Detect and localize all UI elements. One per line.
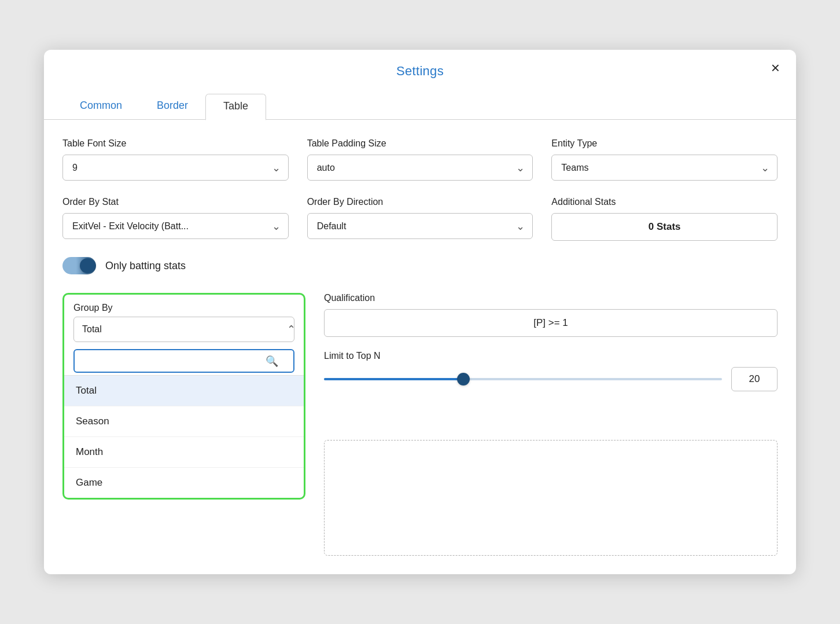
padding-size-label: Table Padding Size — [307, 138, 533, 149]
toggle-row: Only batting stats — [62, 257, 778, 274]
font-size-label: Table Font Size — [62, 138, 289, 149]
padding-size-group: Table Padding Size auto small medium lar… — [307, 138, 533, 181]
qualification-label: Qualification — [324, 293, 778, 303]
order-by-direction-select[interactable]: Default Ascending Descending — [307, 213, 533, 239]
group-by-selected-value: Total — [82, 324, 102, 335]
form-row-2: Order By Stat ExitVel - Exit Velocity (B… — [62, 197, 778, 241]
order-by-stat-group: Order By Stat ExitVel - Exit Velocity (B… — [62, 197, 289, 241]
tab-table[interactable]: Table — [205, 94, 266, 120]
group-by-chevron-up-icon: ⌃ — [287, 323, 296, 336]
bottom-section: Group By Total ⌃ 🔍 Total Season — [62, 293, 778, 556]
dashed-area — [324, 440, 778, 556]
entity-type-label: Entity Type — [551, 138, 778, 149]
additional-stats-label: Additional Stats — [551, 197, 778, 207]
tab-bar: Common Border Table — [44, 83, 796, 120]
limit-slider-fill — [324, 378, 463, 380]
search-icon-wrap: 🔍 — [73, 349, 294, 373]
additional-stats-button[interactable]: 0 Stats — [551, 213, 778, 241]
group-by-select-display[interactable]: Total ⌃ — [73, 317, 294, 342]
group-by-select-wrap: Total ⌃ — [64, 317, 304, 342]
form-row-1: Table Font Size 9 10 11 12 ⌄ Table Paddi… — [62, 138, 778, 181]
modal-body: Table Font Size 9 10 11 12 ⌄ Table Paddi… — [44, 120, 796, 574]
additional-stats-group: Additional Stats 0 Stats — [551, 197, 778, 241]
group-by-option-season[interactable]: Season — [64, 406, 304, 437]
tab-common[interactable]: Common — [62, 94, 139, 120]
limit-label: Limit to Top N — [324, 351, 778, 361]
close-button[interactable]: × — [771, 60, 780, 75]
group-by-search-input[interactable] — [73, 349, 294, 373]
limit-slider-thumb[interactable] — [457, 373, 470, 386]
only-batting-toggle[interactable] — [62, 257, 96, 274]
limit-slider-track — [324, 378, 722, 380]
entity-type-select[interactable]: Teams Players — [551, 155, 778, 181]
order-by-direction-group: Order By Direction Default Ascending Des… — [307, 197, 533, 241]
group-by-container: Group By Total ⌃ 🔍 Total Season — [62, 293, 305, 500]
group-by-option-month[interactable]: Month — [64, 437, 304, 468]
order-by-direction-label: Order By Direction — [307, 197, 533, 207]
group-by-dropdown-list: Total Season Month Game — [64, 375, 304, 498]
qualification-button[interactable]: [P] >= 1 — [324, 309, 778, 337]
limit-input[interactable] — [731, 367, 778, 391]
only-batting-label: Only batting stats — [105, 260, 186, 272]
font-size-group: Table Font Size 9 10 11 12 ⌄ — [62, 138, 289, 181]
order-by-direction-select-wrap: Default Ascending Descending ⌄ — [307, 213, 533, 239]
font-size-select-wrap: 9 10 11 12 ⌄ — [62, 155, 289, 181]
modal-header: Settings × — [44, 50, 796, 79]
order-by-stat-label: Order By Stat — [62, 197, 289, 207]
group-by-option-game[interactable]: Game — [64, 468, 304, 498]
right-section: Qualification [P] >= 1 Limit to Top N — [324, 293, 778, 556]
padding-size-select-wrap: auto small medium large ⌄ — [307, 155, 533, 181]
limit-slider-wrap — [324, 372, 722, 386]
modal-title: Settings — [396, 64, 444, 79]
order-by-stat-select-wrap: ExitVel - Exit Velocity (Batt... ⌄ — [62, 213, 289, 239]
limit-group: Limit to Top N — [324, 351, 778, 391]
group-by-option-total[interactable]: Total — [64, 376, 304, 406]
group-by-search-wrap: 🔍 — [64, 344, 304, 373]
limit-control — [324, 367, 778, 391]
tab-border[interactable]: Border — [139, 94, 205, 120]
settings-modal: Settings × Common Border Table Table Fon… — [44, 50, 796, 575]
order-by-stat-select[interactable]: ExitVel - Exit Velocity (Batt... — [62, 213, 289, 239]
entity-type-group: Entity Type Teams Players ⌄ — [551, 138, 778, 181]
group-by-label: Group By — [64, 295, 304, 317]
qualification-group: Qualification [P] >= 1 — [324, 293, 778, 337]
font-size-select[interactable]: 9 10 11 12 — [62, 155, 289, 181]
padding-size-select[interactable]: auto small medium large — [307, 155, 533, 181]
entity-type-select-wrap: Teams Players ⌄ — [551, 155, 778, 181]
